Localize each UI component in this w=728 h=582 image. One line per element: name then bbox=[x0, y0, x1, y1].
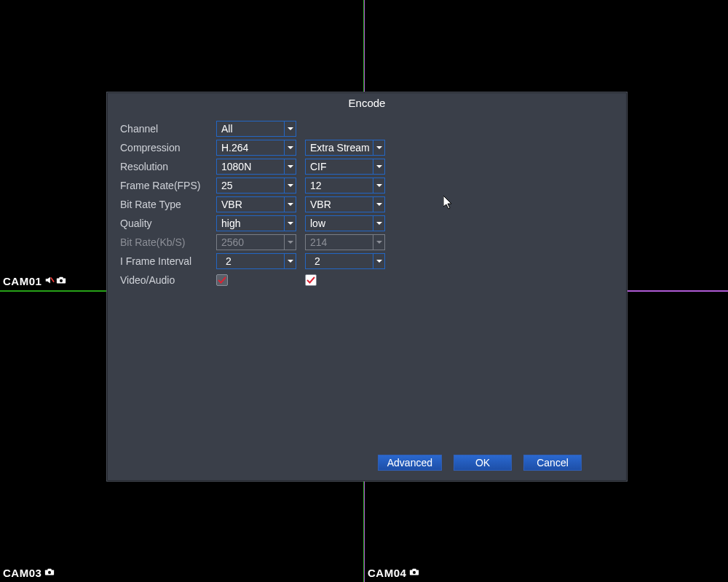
cam-label-1: CAM01 bbox=[3, 275, 66, 287]
label-resolution: Resolution bbox=[120, 161, 213, 172]
camera-icon bbox=[44, 567, 55, 579]
cam-name-1: CAM01 bbox=[3, 275, 41, 287]
svg-line-0 bbox=[51, 278, 54, 282]
bitrate-sub-select: 214 bbox=[305, 234, 385, 250]
chevron-down-icon bbox=[373, 140, 384, 155]
svg-rect-8 bbox=[413, 569, 416, 571]
camera-icon bbox=[56, 275, 66, 287]
chevron-down-icon bbox=[284, 121, 296, 136]
label-bitratetype: Bit Rate Type bbox=[120, 199, 213, 210]
label-compression: Compression bbox=[120, 142, 213, 154]
label-channel: Channel bbox=[120, 123, 213, 135]
label-bitrate: Bit Rate(Kb/S) bbox=[120, 236, 213, 248]
svg-rect-5 bbox=[48, 569, 52, 571]
dialog-footer: Advanced OK Cancel bbox=[107, 446, 627, 481]
chevron-down-icon bbox=[284, 254, 296, 268]
chevron-down-icon bbox=[284, 159, 296, 174]
encode-dialog: Encode Channel All Compression H.264 bbox=[106, 92, 628, 482]
svg-point-6 bbox=[48, 571, 51, 574]
cam-status-icons bbox=[44, 275, 66, 287]
quality-sub-select[interactable]: low bbox=[305, 215, 385, 231]
chevron-down-icon bbox=[284, 197, 296, 212]
resolution-sub-select[interactable]: CIF bbox=[305, 159, 385, 175]
ok-button[interactable]: OK bbox=[454, 455, 512, 471]
cam-name-4: CAM04 bbox=[368, 567, 406, 579]
iframe-sub-select[interactable]: 2 bbox=[305, 253, 385, 269]
quality-main-select[interactable]: high bbox=[216, 215, 296, 231]
svg-rect-2 bbox=[60, 277, 63, 279]
channel-select[interactable]: All bbox=[216, 121, 296, 137]
compression-sub-select[interactable]: Extra Stream bbox=[305, 140, 385, 156]
video-audio-main-checkbox[interactable] bbox=[216, 274, 228, 286]
label-framerate: Frame Rate(FPS) bbox=[120, 180, 213, 191]
resolution-main-select[interactable]: 1080N bbox=[216, 159, 296, 175]
chevron-down-icon bbox=[373, 159, 384, 174]
chevron-down-icon bbox=[373, 254, 384, 268]
chevron-down-icon bbox=[284, 216, 296, 231]
bitrate-main-select: 2560 bbox=[216, 234, 296, 250]
dialog-title: Encode bbox=[107, 92, 627, 116]
cam-name-3: CAM03 bbox=[3, 567, 41, 579]
cam-label-3: CAM03 bbox=[3, 567, 55, 579]
label-videoaudio: Video/Audio bbox=[120, 274, 213, 286]
bitratetype-main-select[interactable]: VBR bbox=[216, 196, 296, 212]
cam-status-icons bbox=[409, 567, 419, 579]
video-audio-sub-checkbox[interactable] bbox=[305, 274, 317, 286]
svg-point-3 bbox=[60, 279, 63, 282]
bitratetype-sub-select[interactable]: VBR bbox=[305, 196, 385, 212]
chevron-down-icon bbox=[373, 197, 384, 212]
compression-main-select[interactable]: H.264 bbox=[216, 140, 296, 156]
cam-status-icons bbox=[44, 567, 55, 579]
chevron-down-icon bbox=[373, 178, 384, 193]
chevron-down-icon bbox=[284, 178, 296, 193]
fps-main-select[interactable]: 25 bbox=[216, 178, 296, 194]
label-iframe: I Frame Interval bbox=[120, 255, 213, 267]
camera-icon bbox=[409, 567, 419, 579]
audio-muted-icon bbox=[44, 275, 55, 287]
label-quality: Quality bbox=[120, 218, 213, 229]
fps-sub-select[interactable]: 12 bbox=[305, 178, 385, 194]
svg-point-9 bbox=[413, 571, 416, 574]
cancel-button[interactable]: Cancel bbox=[523, 455, 582, 471]
chevron-down-icon bbox=[284, 235, 296, 250]
iframe-main-select[interactable]: 2 bbox=[216, 253, 296, 269]
chevron-down-icon bbox=[373, 235, 384, 250]
cam-label-4: CAM04 bbox=[368, 567, 419, 579]
chevron-down-icon bbox=[284, 140, 296, 155]
encode-form: Channel All Compression H.264 Extra Stre… bbox=[107, 116, 627, 446]
chevron-down-icon bbox=[373, 216, 384, 231]
advanced-button[interactable]: Advanced bbox=[378, 455, 442, 471]
